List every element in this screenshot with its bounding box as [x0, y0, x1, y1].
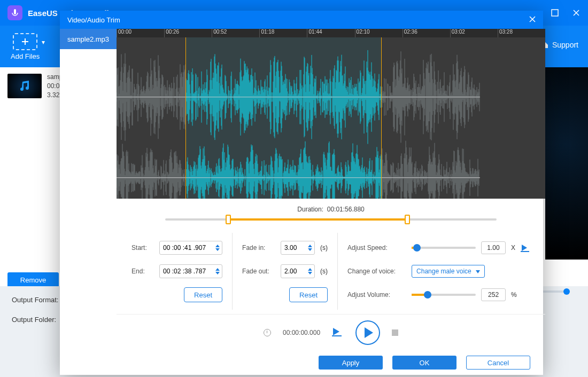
apply-button[interactable]: Apply — [319, 356, 383, 370]
selection-range[interactable] — [185, 37, 382, 199]
range-slider[interactable] — [165, 218, 497, 221]
ok-button[interactable]: OK — [392, 356, 457, 370]
fade-in-label: Fade in: — [242, 244, 275, 252]
add-files-label: Add Files — [11, 52, 40, 60]
volume-slider[interactable] — [412, 294, 476, 296]
playback-time: 00:00:00.000 — [283, 329, 320, 336]
stop-icon — [392, 329, 398, 336]
start-down-icon[interactable] — [215, 248, 220, 251]
dialog-file-sidebar: sample2.mp3 — [60, 29, 117, 350]
remove-button[interactable]: Remove — [7, 272, 59, 287]
reset-time-button[interactable]: Reset — [184, 287, 222, 302]
output-format-label: Output Format: — [12, 296, 58, 304]
skip-start-icon[interactable] — [332, 327, 344, 338]
range-handle-end[interactable] — [405, 215, 410, 224]
support-link[interactable]: Support — [540, 41, 578, 49]
fade-out-label: Fade out: — [242, 268, 275, 275]
window-maximize-icon[interactable] — [551, 9, 559, 17]
svg-rect-0 — [14, 9, 16, 14]
editor-pane: 00:0000:2600:5201:1801:4402:1002:3603:02… — [117, 29, 545, 350]
start-input[interactable] — [159, 241, 222, 255]
end-up-icon[interactable] — [215, 268, 220, 271]
fadeout-up-icon[interactable] — [308, 268, 312, 271]
fadein-up-icon[interactable] — [308, 245, 312, 247]
fade-out-input[interactable] — [281, 264, 315, 278]
start-label: Start: — [131, 244, 154, 252]
sidebar-file-item[interactable]: sample2.mp3 — [60, 29, 117, 49]
dialog-titlebar: Video/Audio Trim — [60, 11, 543, 29]
time-ruler: 00:0000:2600:5201:1801:4402:1002:3603:02… — [117, 29, 545, 37]
cancel-button[interactable]: Cancel — [466, 356, 530, 370]
output-folder-label: Output Folder: — [12, 316, 56, 324]
app-logo-icon — [7, 5, 22, 20]
fadeout-down-icon[interactable] — [308, 272, 312, 274]
svg-rect-2 — [552, 10, 558, 16]
adjust-speed-label: Adjust Speed: — [347, 244, 406, 252]
trim-dialog: Video/Audio Trim sample2.mp3 00:0000:260… — [60, 11, 543, 375]
speed-slider[interactable] — [412, 247, 476, 249]
voice-select[interactable]: Change male voice — [412, 265, 485, 278]
adjust-volume-label: Adjust Volume: — [347, 291, 406, 299]
duration-value: 00:01:56.880 — [327, 206, 365, 213]
end-input[interactable] — [159, 264, 222, 278]
duration-bar: Duration: 00:01:56.880 — [117, 199, 545, 224]
preview-speed-icon[interactable] — [521, 244, 530, 252]
audio-thumbnail-icon — [7, 74, 42, 98]
start-up-icon[interactable] — [215, 245, 220, 247]
stop-button[interactable] — [392, 329, 398, 336]
dialog-footer: Apply OK Cancel — [60, 350, 543, 375]
svg-rect-1365 — [521, 251, 529, 252]
preview-pane — [545, 67, 588, 260]
range-handle-start[interactable] — [226, 215, 231, 224]
dialog-title: Video/Audio Trim — [67, 16, 120, 24]
window-close-icon[interactable] — [572, 9, 581, 17]
play-button[interactable] — [355, 320, 380, 345]
change-voice-label: Change of voice: — [347, 268, 406, 275]
volume-value[interactable]: 252 — [481, 288, 506, 301]
reset-fade-button[interactable]: Reset — [289, 287, 328, 302]
controls-grid: Start: End: Reset — [117, 224, 545, 314]
svg-rect-1366 — [332, 335, 342, 336]
clock-icon — [264, 329, 271, 336]
playback-bar: 00:00:00.000 — [117, 314, 545, 350]
fade-in-input[interactable] — [281, 241, 315, 255]
end-down-icon[interactable] — [215, 272, 220, 274]
end-label: End: — [131, 268, 154, 275]
waveform-area[interactable]: 00:0000:2600:5201:1801:4402:1002:3603:02… — [117, 29, 545, 199]
dialog-close-icon[interactable] — [529, 16, 536, 24]
fadein-down-icon[interactable] — [308, 248, 312, 251]
add-files-button[interactable]: Add Files — [11, 33, 40, 60]
play-icon — [365, 327, 373, 338]
speed-value[interactable]: 1.00 — [481, 241, 506, 254]
add-files-icon — [13, 33, 37, 50]
